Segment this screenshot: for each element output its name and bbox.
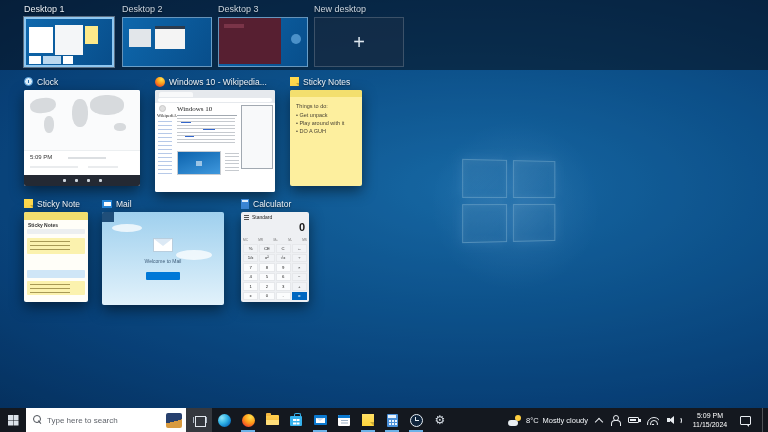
envelope-illustration: [153, 238, 173, 252]
calc-key: ±: [243, 292, 258, 301]
window-title-row: Sticky Notes: [290, 76, 362, 87]
text-line: [68, 157, 106, 159]
new-desktop-button[interactable]: +: [314, 17, 404, 67]
calc-key-equals: =: [292, 292, 307, 301]
desktop-1-thumbnail[interactable]: [24, 17, 114, 67]
nav-icon: [87, 179, 90, 182]
memory-key: MS: [302, 238, 307, 242]
window-title: Sticky Note: [37, 199, 80, 209]
search-input[interactable]: [47, 416, 162, 425]
taskbar-app-calendar[interactable]: [332, 408, 356, 432]
taskbar-app-sticky-notes[interactable]: [356, 408, 380, 432]
mail-get-started-button: [146, 272, 180, 280]
world-clock-list: 5:09 PM: [24, 150, 140, 175]
desktop-3-thumbnail[interactable]: [218, 17, 308, 67]
taskbar-app-mail[interactable]: [308, 408, 332, 432]
memory-key: M+: [273, 238, 278, 242]
taskbar-search-box[interactable]: [26, 408, 186, 432]
search-icon: [33, 415, 43, 425]
battery-icon[interactable]: [628, 417, 639, 423]
calc-key: .: [276, 292, 291, 301]
desktop-2-label: Desktop 2: [122, 4, 212, 14]
search-highlight-image[interactable]: [166, 413, 182, 428]
article-text: [225, 153, 239, 173]
hamburger-icon: [244, 215, 249, 216]
calc-key: 7: [243, 263, 258, 272]
plus-icon: +: [353, 32, 365, 52]
partly-cloudy-icon: [508, 415, 522, 426]
taskbar-app-file-explorer[interactable]: [260, 408, 284, 432]
taskbar-app-alarms-clock[interactable]: [404, 408, 428, 432]
weather-widget[interactable]: 8°C Mostly cloudy: [508, 415, 588, 426]
calculator-keypad: % CE C ← 1/x x² √x ÷ 7 8 9 ×: [243, 244, 307, 300]
action-center-icon[interactable]: [740, 416, 751, 425]
calc-key: 9: [276, 263, 291, 272]
calc-key: −: [292, 273, 307, 282]
calculator-icon: [387, 414, 398, 427]
firefox-icon: [155, 77, 165, 87]
desktop-3-group: Desktop 3: [218, 4, 308, 67]
calculator-window-preview[interactable]: Standard 0 MC MR M+ M- MS % CE C ← 1/x x…: [241, 212, 309, 302]
taskbar-app-calculator[interactable]: [380, 408, 404, 432]
start-button[interactable]: [0, 408, 26, 432]
sticky-notes-icon: [290, 77, 299, 86]
mini-window: [55, 25, 83, 55]
volume-icon[interactable]: [667, 415, 680, 425]
weather-condition: Mostly cloudy: [543, 416, 588, 425]
calc-key: %: [243, 244, 258, 253]
window-thumb-browser: Windows 10 - Wikipedia... WikipediA Wind…: [155, 76, 275, 192]
clock-window-preview[interactable]: 5:09 PM: [24, 90, 140, 186]
window-thumb-sticky-notes: Sticky Notes Things to do: • Get unpack …: [290, 76, 362, 186]
browser-chrome: [155, 90, 275, 103]
taskbar-app-settings[interactable]: [428, 408, 452, 432]
sticky-notes-icon: [24, 199, 33, 208]
note-text-line: Things to do:: [296, 103, 328, 109]
taskbar-app-firefox[interactable]: [236, 408, 260, 432]
sticky-notes-list-preview[interactable]: Sticky Notes: [24, 212, 88, 302]
network-icon[interactable]: [647, 416, 659, 425]
tray-date: 11/15/2024: [688, 420, 732, 429]
wikipedia-wordmark: WikipediA: [157, 113, 177, 118]
note-list-item-selected: [27, 270, 85, 278]
clock-nav-bar: [24, 175, 140, 186]
calc-key: 2: [259, 282, 274, 291]
mail-welcome-text: Welcome to Mail: [102, 258, 224, 264]
show-desktop-button[interactable]: [762, 408, 765, 432]
taskbar-clock[interactable]: 5:09 PM 11/15/2024: [688, 411, 732, 429]
task-view-button[interactable]: [186, 408, 212, 432]
memory-key: MC: [243, 238, 248, 242]
mail-window-preview[interactable]: Welcome to Mail: [102, 212, 224, 305]
firefox-icon: [242, 414, 255, 427]
people-icon[interactable]: [610, 415, 620, 425]
key-row: 1 2 3 +: [243, 282, 307, 291]
window-title-row: Calculator: [241, 198, 309, 209]
window-title: Mail: [116, 199, 132, 209]
desktop-1-group: Desktop 1: [24, 4, 114, 67]
key-row: % CE C ←: [243, 244, 307, 253]
sticky-note-window-preview[interactable]: Things to do: • Get unpack • Play around…: [290, 90, 362, 186]
taskbar-app-microsoft-edge[interactable]: [212, 408, 236, 432]
note-list-item: [27, 238, 85, 254]
key-row: ± 0 . =: [243, 292, 307, 301]
mini-window: [85, 26, 98, 44]
browser-window-preview[interactable]: WikipediA Windows 10: [155, 90, 275, 192]
window-title-row: Clock: [24, 76, 140, 87]
mail-icon: [102, 200, 112, 208]
article-screenshot-image: [177, 151, 221, 175]
article-title: Windows 10: [177, 105, 212, 113]
memory-keys-row: MC MR M+ M- MS: [243, 238, 307, 242]
mini-window: [29, 56, 41, 64]
nav-icon: [63, 179, 66, 182]
calc-key: 1: [243, 282, 258, 291]
new-desktop-label: New desktop: [314, 4, 404, 14]
window-title-row: Sticky Note: [24, 198, 88, 209]
link-text: [203, 129, 215, 130]
task-view-screen: Desktop 1 Desktop 2 Desktop 3 New deskto…: [0, 0, 768, 432]
window-thumb-sticky-note-list: Sticky Note Sticky Notes: [24, 198, 88, 302]
taskbar-app-microsoft-store[interactable]: [284, 408, 308, 432]
note-header-bar: [290, 90, 362, 97]
desktop-2-thumbnail[interactable]: [122, 17, 212, 67]
note-list-item: [27, 281, 85, 295]
chevron-up-icon[interactable]: [595, 417, 603, 425]
calc-key: 6: [276, 273, 291, 282]
